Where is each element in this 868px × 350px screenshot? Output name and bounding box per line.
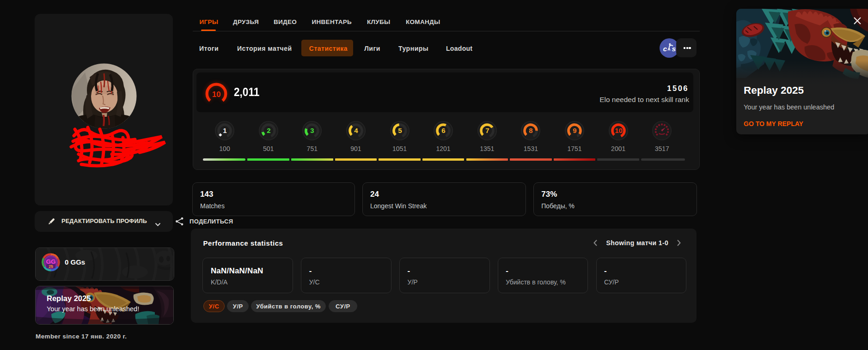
svg-text:2: 2 — [267, 127, 270, 134]
svg-text:7: 7 — [485, 127, 489, 134]
svg-text:c: c — [663, 45, 667, 53]
svg-text:5: 5 — [398, 127, 402, 134]
svg-text:3: 3 — [311, 127, 314, 134]
svg-text:1: 1 — [223, 127, 226, 134]
svg-text:6: 6 — [441, 127, 445, 134]
svg-text:9: 9 — [573, 127, 576, 134]
svg-text:8: 8 — [529, 127, 533, 134]
svg-text:25: 25 — [49, 264, 53, 269]
svg-text:10: 10 — [212, 90, 221, 99]
svg-text:4: 4 — [354, 127, 358, 134]
svg-text:10: 10 — [615, 127, 623, 134]
